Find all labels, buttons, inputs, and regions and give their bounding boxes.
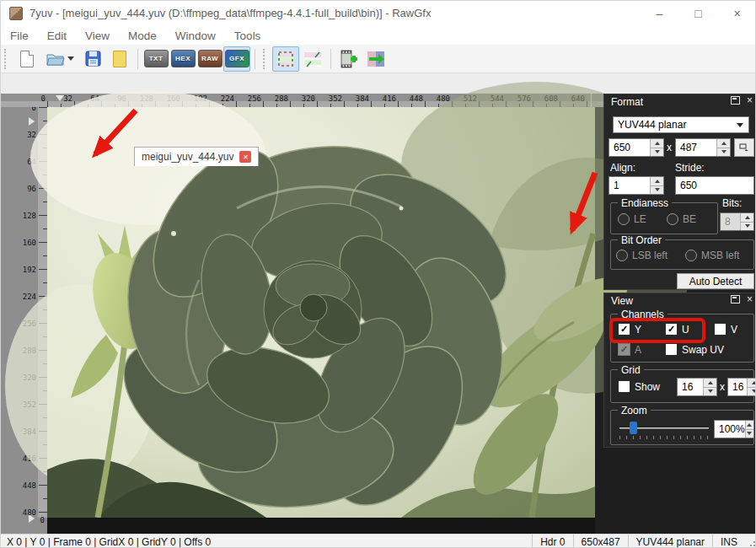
height-value: 487 xyxy=(676,139,716,156)
menu-file[interactable]: File xyxy=(1,30,38,42)
view-panel: View × Channels ✓Y✓UV✓ASwap UV Grid Show… xyxy=(603,293,756,448)
size-preset-button[interactable] xyxy=(734,138,754,157)
menu-bar: File Edit View Mode Window Tools xyxy=(1,26,756,45)
gfx-mode-icon: GFX xyxy=(225,50,249,67)
open-folder-icon xyxy=(46,51,65,67)
spin-up-button[interactable] xyxy=(717,139,730,148)
mode-raw-button[interactable]: RAW xyxy=(196,46,223,72)
open-file-button[interactable] xyxy=(40,46,79,72)
grid-height-spinner[interactable]: 16 xyxy=(727,378,756,396)
minimize-button[interactable]: – xyxy=(641,1,678,26)
status-dimensions: 650x487 xyxy=(573,535,628,548)
palette-file-button[interactable] xyxy=(106,46,133,72)
close-button[interactable]: × xyxy=(718,1,756,26)
select-bands-button[interactable] xyxy=(299,46,326,72)
menu-mode[interactable]: Mode xyxy=(119,30,166,42)
ruler-label: 96 xyxy=(18,185,36,193)
float-panel-icon[interactable] xyxy=(731,295,740,304)
spin-up-button[interactable] xyxy=(748,379,756,387)
spin-up-button[interactable] xyxy=(746,421,753,429)
ruler-tick xyxy=(39,512,47,513)
spin-down-button[interactable] xyxy=(746,429,753,438)
align-spinner[interactable]: 1 xyxy=(609,176,664,195)
float-panel-icon[interactable] xyxy=(731,96,740,105)
status-format: YUV444 planar xyxy=(628,535,712,548)
mode-hex-button[interactable]: HEX xyxy=(169,46,196,72)
spin-down-button[interactable] xyxy=(704,387,716,396)
spin-down-button[interactable] xyxy=(651,148,663,157)
checkbox-icon[interactable] xyxy=(618,380,630,393)
menu-view[interactable]: View xyxy=(76,30,119,42)
menu-tools[interactable]: Tools xyxy=(225,30,271,42)
yellow-file-icon xyxy=(113,51,126,67)
auto-detect-button[interactable]: Auto Detect xyxy=(677,273,754,289)
new-file-button[interactable] xyxy=(13,46,40,72)
close-panel-icon[interactable]: × xyxy=(747,295,753,304)
maximize-button[interactable]: □ xyxy=(679,1,717,26)
tab-bar: juren_yuv_420.yuv × meigui_yuv_444.yuv × xyxy=(1,73,756,94)
width-spinner[interactable]: 650 xyxy=(609,138,664,157)
endianess-label: Endianess xyxy=(618,197,672,209)
tab-meigui-yuv-444[interactable]: meigui_yuv_444.yuv × xyxy=(134,147,259,166)
align-value: 1 xyxy=(609,177,650,194)
bits-spinner: 8 xyxy=(720,212,754,231)
pixel-format-value: YUV444 planar xyxy=(618,119,686,131)
add-frame-button[interactable] xyxy=(335,46,362,72)
ruler-tick xyxy=(39,215,47,216)
canvas-void xyxy=(47,518,595,534)
resize-icon xyxy=(739,143,749,152)
ruler-tick xyxy=(39,242,47,243)
stride-label: Stride: xyxy=(675,162,705,174)
toolbar-grip[interactable] xyxy=(263,49,270,69)
radio-msb-left: MSB left xyxy=(685,250,739,261)
spin-up-button[interactable] xyxy=(651,139,663,148)
spin-down-button[interactable] xyxy=(651,185,663,195)
open-dropdown-caret[interactable] xyxy=(67,56,74,61)
band-selection-icon xyxy=(303,50,322,68)
close-panel-icon[interactable]: × xyxy=(747,96,753,105)
checkbox-icon[interactable] xyxy=(714,323,727,336)
save-button[interactable] xyxy=(79,46,106,72)
channel-checkbox-swap-uv[interactable]: Swap UV xyxy=(665,343,724,356)
ruler-label: 224 xyxy=(18,293,36,301)
spin-down-button[interactable] xyxy=(717,148,730,157)
application-window: 7yuv - [meigui_yuv_444.yuv (D:\ffmpeg_da… xyxy=(0,0,756,548)
spin-up-button[interactable] xyxy=(704,379,716,387)
toolbar-separator xyxy=(137,49,138,69)
height-spinner[interactable]: 487 xyxy=(675,138,731,157)
resize-grip[interactable] xyxy=(745,535,756,548)
zoom-spinner[interactable]: 100% xyxy=(714,420,754,438)
image-canvas[interactable] xyxy=(47,107,595,518)
mode-gfx-button[interactable]: GFX xyxy=(223,46,250,72)
grid-width-spinner[interactable]: 16 xyxy=(677,378,717,396)
ruler-bottom-marker-label: 0 xyxy=(36,516,45,524)
zoom-slider-ticks xyxy=(619,436,709,439)
zoom-slider-handle[interactable] xyxy=(630,422,637,434)
ruler-tick xyxy=(39,485,47,486)
checkbox-icon[interactable] xyxy=(665,343,678,356)
format-panel: Format × YUV444 planar 650 x 487 Align: … xyxy=(603,94,756,290)
ruler-label: 32 xyxy=(51,94,72,103)
app-icon xyxy=(9,7,23,20)
pixel-format-select[interactable]: YUV444 planar xyxy=(613,116,749,133)
menu-window[interactable]: Window xyxy=(166,30,225,42)
bit-order-group: Bit Order LSB left MSB left xyxy=(610,239,754,270)
select-region-button[interactable] xyxy=(272,46,299,72)
ruler-tick xyxy=(317,101,318,107)
toolbar-separator xyxy=(330,49,331,69)
radio-icon xyxy=(685,250,697,261)
toolbar-grip[interactable] xyxy=(4,49,11,69)
bits-value: 8 xyxy=(721,213,740,230)
mode-txt-button[interactable]: TXT xyxy=(142,46,169,72)
stride-field[interactable]: 650 xyxy=(675,176,754,195)
tab-close-icon[interactable]: × xyxy=(239,151,251,163)
grid-show-checkbox[interactable]: Show xyxy=(618,380,660,393)
channel-checkbox-v[interactable]: V xyxy=(714,323,737,336)
spin-up-button[interactable] xyxy=(651,177,663,185)
menu-edit[interactable]: Edit xyxy=(38,30,76,42)
ruler-label: 480 xyxy=(18,508,36,517)
tab-label: meigui_yuv_444.yuv xyxy=(142,151,233,163)
spin-down-button[interactable] xyxy=(748,387,756,396)
export-frame-button[interactable] xyxy=(362,46,389,72)
align-label: Align: xyxy=(610,162,635,174)
